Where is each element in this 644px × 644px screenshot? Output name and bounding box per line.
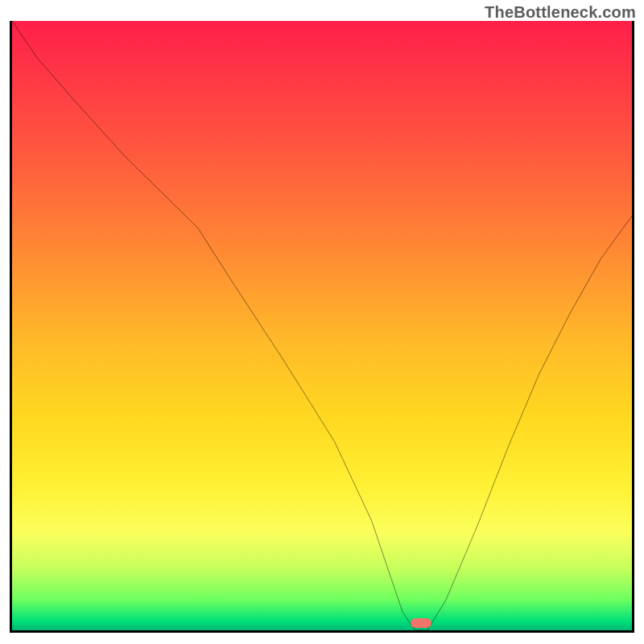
- chart-stage: TheBottleneck.com: [0, 0, 644, 644]
- optimal-marker: [411, 618, 431, 628]
- watermark-label: TheBottleneck.com: [485, 3, 636, 22]
- plot-area: [10, 21, 634, 633]
- curve-path: [12, 21, 632, 630]
- bottleneck-curve: [12, 21, 632, 630]
